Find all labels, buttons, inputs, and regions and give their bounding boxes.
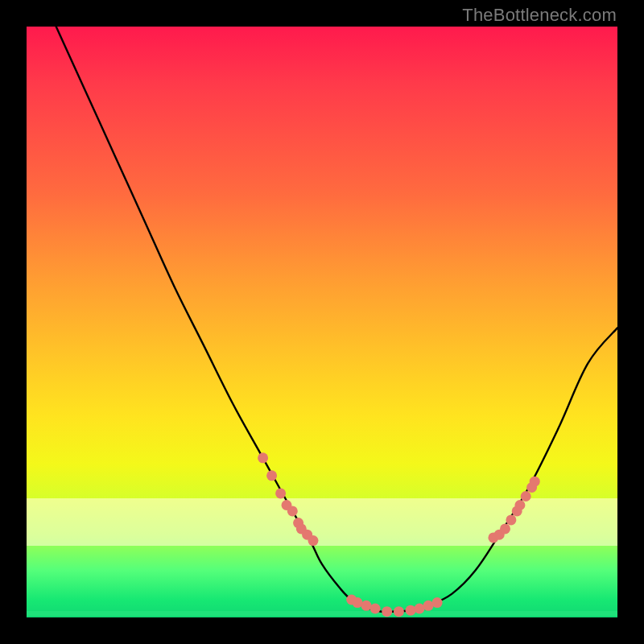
marker-dot: [500, 523, 510, 534]
marker-dot: [530, 477, 540, 487]
marker-dot: [275, 488, 286, 498]
marker-dot: [521, 491, 531, 502]
marker-dot: [382, 606, 392, 617]
marker-dot: [514, 500, 525, 510]
marker-dot: [394, 606, 404, 617]
marker-dot: [406, 605, 416, 616]
marker-dot: [308, 535, 319, 546]
marker-dot: [258, 452, 268, 463]
marker-dot: [506, 514, 516, 525]
marker-dot: [353, 597, 363, 608]
marker-dot: [287, 506, 298, 516]
plot-area: [27, 27, 617, 617]
marker-dot: [361, 601, 372, 611]
marker-dot: [423, 601, 434, 611]
marker-dot: [370, 604, 381, 614]
marker-dot: [415, 604, 425, 614]
marker-dot: [432, 597, 443, 608]
curve-layer: [27, 27, 617, 617]
bottleneck-curve: [56, 27, 617, 612]
watermark-text: TheBottleneck.com: [462, 5, 617, 26]
marker-dot: [266, 470, 277, 481]
chart-frame: TheBottleneck.com: [0, 0, 644, 644]
